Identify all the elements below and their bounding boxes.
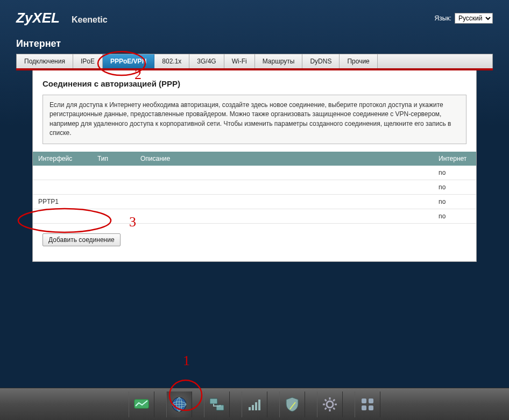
svg-rect-9 [252, 405, 254, 410]
cell-internet: no [433, 180, 476, 194]
wifi-bars-icon [245, 395, 264, 414]
annotation-1: 1 [183, 353, 190, 369]
cell-iface [33, 209, 92, 223]
cell-internet: no [433, 194, 476, 209]
svg-line-14 [333, 408, 335, 409]
header: ZyXEL Keenetic Язык: Русский [0, 0, 509, 32]
tab-wi-fi[interactable]: Wi-Fi [224, 54, 255, 68]
add-connection-button[interactable]: Добавить соединение [43, 233, 121, 246]
cell-desc [135, 180, 433, 194]
svg-rect-24 [369, 405, 373, 410]
language-select[interactable]: Русский [455, 13, 493, 24]
col-interface: Интерфейс [33, 152, 92, 166]
language-selector: Язык: Русский [435, 13, 493, 24]
gear-button[interactable] [317, 391, 343, 417]
table-row[interactable]: no [33, 209, 476, 223]
tab--[interactable]: Подключения [17, 54, 73, 68]
svg-rect-8 [249, 407, 251, 410]
panel-info: Если для доступа к Интернету необходима … [43, 95, 466, 144]
monitor-icon [132, 395, 151, 414]
table-row[interactable]: no [33, 166, 476, 180]
tab-ipoe[interactable]: IPoE [73, 54, 103, 68]
shield-button[interactable] [279, 391, 305, 417]
cell-iface [33, 180, 92, 194]
svg-rect-21 [362, 398, 366, 403]
cell-iface [33, 166, 92, 180]
cell-type [92, 209, 135, 223]
table-row[interactable]: PPTP1no [33, 194, 476, 209]
tab--[interactable]: Прочие [340, 54, 377, 68]
lan-button[interactable] [204, 391, 230, 417]
svg-line-16 [325, 408, 327, 409]
cell-type [92, 194, 135, 209]
svg-point-12 [327, 401, 333, 408]
content-panel: Соединения с авторизацией (PPP) Если для… [32, 70, 477, 262]
svg-line-20 [333, 399, 335, 401]
globe-button[interactable] [166, 391, 192, 417]
tab-802-1x[interactable]: 802.1x [154, 54, 189, 68]
panel-title: Соединения с авторизацией (PPP) [33, 70, 476, 95]
svg-rect-10 [255, 402, 257, 410]
globe-icon [170, 395, 188, 414]
shield-icon [283, 395, 301, 414]
bottom-dock [0, 388, 509, 420]
monitor-button[interactable] [129, 391, 154, 417]
apps-grid-button[interactable] [355, 391, 380, 417]
tab-dydns[interactable]: DyDNS [302, 54, 340, 68]
language-label: Язык: [435, 15, 451, 22]
cell-internet: no [433, 166, 476, 180]
col-description: Описание [135, 152, 433, 166]
cell-desc [135, 194, 433, 209]
svg-rect-6 [210, 398, 217, 404]
tabs: ПодключенияIPoEPPPoE/VPN802.1x3G/4GWi-Fi… [16, 54, 493, 68]
cell-desc [135, 209, 433, 223]
cell-type [92, 180, 135, 194]
connections-table: Интерфейс Тип Описание Интернет nonoPPTP… [33, 152, 476, 224]
cell-desc [135, 166, 433, 180]
lan-icon [208, 395, 226, 414]
wifi-bars-button[interactable] [242, 391, 267, 417]
table-row[interactable]: no [33, 180, 476, 194]
product-name: Keenetic [72, 15, 108, 25]
cell-iface: PPTP1 [33, 194, 92, 209]
apps-grid-icon [358, 395, 377, 414]
tab--[interactable]: Маршруты [255, 54, 303, 68]
tab-pppoe-vpn[interactable]: PPPoE/VPN [103, 54, 154, 68]
tab-3g-4g[interactable]: 3G/4G [189, 54, 224, 68]
col-type: Тип [92, 152, 135, 166]
cell-type [92, 166, 135, 180]
svg-rect-11 [258, 400, 260, 410]
svg-rect-23 [362, 405, 366, 410]
cell-internet: no [433, 209, 476, 223]
page-title: Интернет [0, 32, 509, 54]
gear-icon [321, 395, 339, 414]
svg-line-18 [325, 399, 327, 401]
svg-rect-22 [369, 398, 373, 403]
col-internet: Интернет [433, 152, 476, 166]
logo: ZyXEL [16, 10, 60, 26]
